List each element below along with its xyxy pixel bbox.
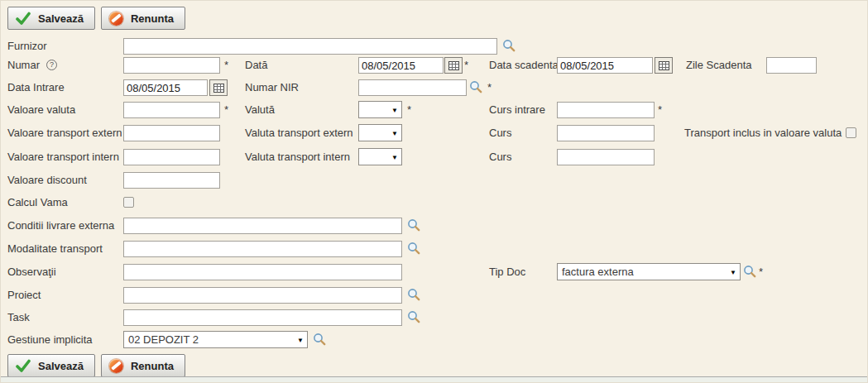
data-scadenta-input[interactable] (557, 57, 653, 74)
chevron-down-icon: ▼ (730, 264, 736, 280)
valoare-discount-row: Valoare discount (1, 171, 867, 189)
calcul-vama-checkbox[interactable] (123, 197, 134, 208)
numar-nir-required-mark: * (487, 79, 492, 97)
invoice-entry-form: Salvează Renunta Furnizor Numar ? * Dată… (0, 0, 868, 383)
curs-intrare-input[interactable] (557, 102, 655, 118)
save-button-bottom[interactable]: Salvează (7, 354, 95, 377)
valoare-discount-input[interactable] (123, 172, 220, 189)
save-button-bottom-label: Salvează (38, 360, 84, 372)
conditii-livrare-input[interactable] (123, 218, 402, 234)
gestiune-implicita-select-value: 02 DEPOZIT 2 (128, 333, 199, 346)
gestiune-implicita-lookup-icon[interactable] (313, 333, 327, 347)
tip-doc-required-mark: * (759, 263, 763, 281)
numar-input[interactable] (123, 57, 220, 74)
gestiune-implicita-label: Gestiune implicita (7, 331, 93, 349)
modalitate-transport-input[interactable] (123, 241, 402, 257)
curs-extern-label: Curs (489, 124, 511, 142)
task-label: Task (7, 309, 30, 327)
valoare-valuta-label: Valoare valuta (7, 101, 75, 119)
proiect-row: Proiect (1, 286, 867, 304)
valoare-transport-intern-input[interactable] (123, 149, 220, 165)
cancel-button-bottom[interactable]: Renunta (101, 354, 185, 377)
data-intrare-label: Data Intrare (7, 79, 65, 97)
zile-scadenta-label: Zile Scadenta (686, 56, 752, 74)
chevron-down-icon: ▼ (391, 102, 398, 118)
cancel-button-label: Renunta (131, 12, 174, 25)
valoare-valuta-input[interactable] (123, 102, 220, 118)
valuta-transport-intern-select[interactable]: ▼ (358, 148, 402, 165)
transport-inclus-checkbox[interactable] (846, 127, 856, 138)
conditii-livrare-lookup-icon[interactable] (407, 218, 421, 232)
observatii-input[interactable] (123, 264, 402, 280)
valuta-transport-extern-select[interactable]: ▼ (358, 124, 402, 141)
modalitate-transport-row: Modalitate transport (1, 240, 867, 258)
data-calendar-button[interactable] (444, 57, 463, 74)
valoare-transport-extern-input[interactable] (123, 125, 220, 141)
data-intrare-row: Data Intrare Numar NIR * (1, 79, 867, 97)
cancel-button-bottom-label: Renunta (131, 360, 174, 372)
chevron-down-icon: ▼ (391, 149, 398, 165)
valoare-valuta-required-mark: * (224, 101, 228, 119)
data-intrare-input[interactable] (123, 79, 208, 96)
tip-doc-select[interactable]: factura externa ▼ (557, 263, 741, 280)
modalitate-transport-lookup-icon[interactable] (407, 242, 421, 256)
no-entry-icon (109, 12, 123, 26)
chevron-down-icon: ▼ (297, 332, 304, 348)
check-icon (16, 12, 31, 25)
conditii-livrare-label: Conditii livrare externa (7, 217, 114, 235)
numar-required-mark: * (224, 56, 228, 74)
no-entry-icon (109, 359, 123, 373)
furnizor-lookup-icon[interactable] (502, 39, 516, 53)
furnizor-row: Furnizor (1, 37, 867, 55)
curs-intrare-required-mark: * (658, 101, 662, 119)
curs-intern-label: Curs (489, 148, 511, 166)
numar-nir-label: Numar NIR (245, 79, 299, 97)
data-input[interactable] (358, 57, 444, 74)
transport-extern-row: Valoare transport extern Valuta transpor… (1, 124, 867, 142)
tip-doc-lookup-icon[interactable] (743, 265, 757, 279)
proiect-input[interactable] (123, 287, 402, 304)
modalitate-transport-label: Modalitate transport (7, 240, 103, 258)
transport-intern-row: Valoare transport intern Valuta transpor… (1, 148, 867, 166)
valuta-transport-extern-label: Valuta transport extern (245, 124, 353, 142)
valuta-select[interactable]: ▼ (358, 101, 402, 118)
calcul-vama-label: Calcul Vama (7, 194, 68, 212)
curs-intern-input[interactable] (557, 149, 655, 165)
tip-doc-select-value: factura externa (562, 266, 634, 278)
valuta-label: Valută (245, 101, 275, 119)
valuta-required-mark: * (407, 101, 411, 119)
observatii-row: Observaţii Tip Doc factura externa ▼ * (1, 263, 867, 281)
calcul-vama-row: Calcul Vama (1, 194, 867, 212)
bottom-divider (1, 376, 867, 382)
valoare-transport-intern-label: Valoare transport intern (7, 148, 119, 166)
data-scadenta-calendar-button[interactable] (655, 57, 673, 74)
numar-nir-lookup-icon[interactable] (469, 80, 483, 94)
proiect-lookup-icon[interactable] (407, 288, 421, 302)
furnizor-input[interactable] (123, 38, 497, 55)
numar-label: Numar (7, 56, 40, 74)
conditii-livrare-row: Conditii livrare externa (1, 217, 867, 235)
cancel-button[interactable]: Renunta (101, 7, 185, 30)
valoare-transport-extern-label: Valoare transport extern (7, 124, 122, 142)
gestiune-row: Gestiune implicita 02 DEPOZIT 2 ▼ (1, 331, 867, 349)
save-button-label: Salvează (38, 12, 84, 25)
numar-nir-input[interactable] (358, 79, 467, 96)
save-button[interactable]: Salvează (7, 7, 95, 30)
task-row: Task (1, 309, 867, 327)
task-input[interactable] (123, 309, 402, 326)
check-icon (16, 359, 31, 372)
tip-doc-label: Tip Doc (489, 263, 525, 281)
valuta-transport-intern-label: Valuta transport intern (245, 148, 350, 166)
proiect-label: Proiect (7, 286, 41, 304)
zile-scadenta-input[interactable] (766, 57, 817, 74)
help-icon[interactable]: ? (46, 60, 57, 70)
task-lookup-icon[interactable] (407, 310, 421, 324)
data-scadenta-label: Data scadenta (489, 56, 559, 74)
valoare-discount-label: Valoare discount (7, 171, 87, 189)
gestiune-implicita-select[interactable]: 02 DEPOZIT 2 ▼ (123, 331, 308, 348)
chevron-down-icon: ▼ (391, 125, 398, 141)
valoare-valuta-row: Valoare valuta * Valută ▼ * Curs intrare… (1, 101, 867, 119)
data-intrare-calendar-button[interactable] (209, 79, 228, 96)
curs-extern-input[interactable] (557, 125, 655, 141)
transport-inclus-label: Transport inclus in valoare valuta (684, 124, 840, 142)
